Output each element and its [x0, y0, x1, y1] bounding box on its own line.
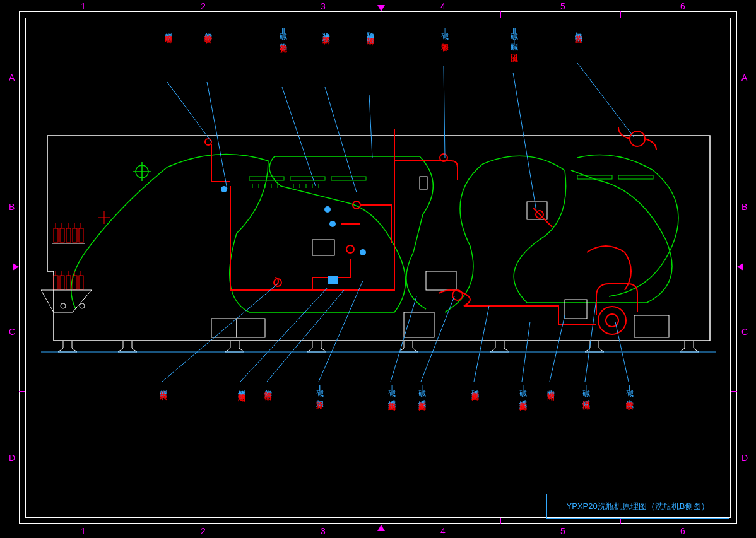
svg-point-39 [598, 307, 626, 334]
row-let: D [741, 453, 748, 463]
svg-rect-27 [420, 177, 427, 189]
svg-point-18 [80, 303, 85, 308]
svg-rect-14 [66, 276, 71, 289]
col-num: 6 [680, 526, 685, 536]
frame-tick [141, 518, 141, 524]
center-arrow-icon [13, 263, 19, 271]
col-num: 2 [201, 526, 206, 536]
svg-rect-26 [634, 315, 669, 337]
row-let: B [741, 202, 747, 212]
svg-rect-32 [618, 175, 653, 179]
col-num: 2 [201, 1, 206, 11]
annotation-top: 新鲜水内喷管 [163, 26, 173, 30]
annotation-top: 新鲜水外喷管 [203, 26, 213, 30]
col-num: 5 [560, 526, 565, 536]
frame-tick [500, 518, 501, 524]
frame-tick [141, 11, 141, 18]
annotation-bottom: 新鲜水除污器 [263, 383, 273, 387]
annotation-bottom: 碱Ⅱ碱液排空截止阀 [386, 383, 396, 398]
col-num: 4 [440, 1, 446, 11]
row-let: B [9, 202, 15, 212]
svg-point-44 [324, 206, 331, 213]
svg-point-46 [360, 249, 366, 255]
frame-tick [261, 518, 261, 524]
svg-rect-21 [404, 312, 434, 337]
center-arrow-icon [377, 525, 385, 531]
col-num: 4 [440, 526, 446, 536]
annotation-bottom: 碱Ⅰ加水管路 [314, 383, 324, 396]
col-num: 1 [81, 1, 86, 11]
svg-rect-9 [73, 228, 77, 242]
svg-rect-6 [54, 228, 58, 242]
svg-point-45 [329, 221, 336, 227]
svg-rect-16 [79, 276, 83, 289]
row-let: D [9, 453, 15, 463]
annotation-top: 碱Ⅱ到碱Ⅰ溢流口 [509, 26, 519, 49]
svg-rect-30 [331, 177, 366, 180]
col-num: 3 [321, 526, 326, 536]
col-num: 5 [560, 1, 565, 11]
annotation-top: 碱Ⅱ热水补充管子 [278, 26, 288, 40]
svg-rect-20 [237, 319, 265, 337]
annotation-top: 预浸泡中间水箱加水管 [365, 26, 375, 33]
annotation-bottom: 碱液排空截止阀 [470, 383, 480, 388]
svg-rect-23 [312, 240, 334, 255]
frame-tick [261, 11, 261, 18]
svg-rect-8 [66, 228, 71, 242]
row-let: A [9, 73, 15, 83]
svg-rect-29 [290, 177, 325, 180]
col-num: 6 [680, 1, 685, 11]
row-let: A [741, 73, 747, 83]
annotation-bottom: 新鲜水压力表 [158, 383, 168, 387]
col-num: 1 [81, 526, 86, 536]
svg-rect-13 [60, 276, 64, 289]
annotation-top: 碱Ⅱ加水管 [439, 26, 449, 38]
annotation-bottom: 水位调节浮球阀 [545, 383, 555, 388]
annotation-top: 冷却水水箱加水管 [321, 26, 331, 32]
svg-rect-10 [79, 228, 83, 242]
svg-point-36 [346, 245, 354, 253]
svg-rect-47 [328, 276, 338, 284]
svg-rect-19 [211, 319, 237, 337]
svg-rect-7 [60, 228, 64, 242]
svg-point-38 [452, 290, 463, 300]
svg-rect-12 [54, 276, 58, 289]
svg-point-17 [61, 303, 66, 308]
center-arrow-icon [377, 5, 385, 11]
annotation-bottom: 新鲜水管路气动球阀 [236, 383, 246, 389]
frame-tick [19, 139, 25, 139]
svg-point-33 [205, 139, 211, 145]
frame-tick [500, 11, 501, 18]
title-block: YPXP20洗瓶机原理图（洗瓶机B侧图） [546, 494, 729, 519]
col-num: 3 [321, 1, 326, 11]
frame-tick [19, 391, 25, 392]
row-let: C [9, 327, 15, 337]
svg-point-41 [630, 131, 645, 146]
svg-point-43 [221, 186, 227, 192]
svg-point-40 [606, 314, 618, 327]
svg-rect-22 [426, 271, 456, 290]
frame-tick [620, 11, 621, 18]
center-arrow-icon [737, 263, 743, 271]
frame-tick [731, 139, 737, 139]
schematic-diagram [41, 126, 716, 353]
annotation-bottom: 碱Ⅰ大流量外喷泵 [624, 383, 634, 397]
annotation-bottom: 碱Ⅰ碱液排空截止阀 [416, 383, 427, 398]
frame-tick [731, 391, 737, 392]
annotation-bottom: 碱Ⅰ碱液溢流口 [581, 383, 591, 397]
annotation-bottom: 碱Ⅰ碱液排放截止阀 [517, 383, 528, 398]
svg-rect-31 [577, 175, 612, 179]
annotation-top: 氢气抽吸装置 [573, 26, 583, 30]
row-let: C [741, 327, 748, 337]
